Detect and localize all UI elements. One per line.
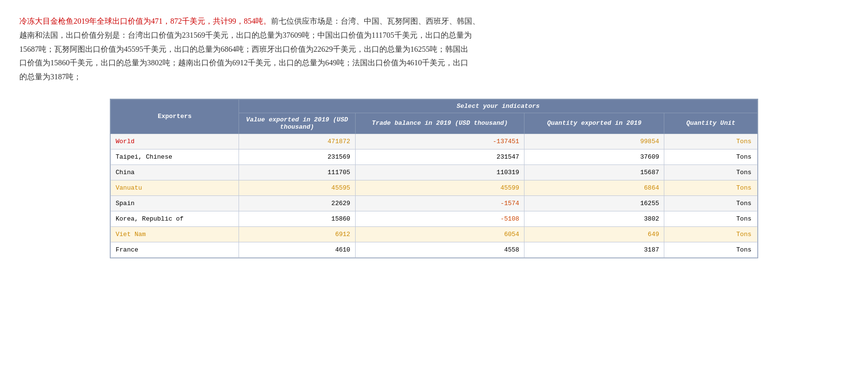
cell-value-exported: 4610 [239,242,355,257]
cell-trade-balance: 4558 [355,242,524,257]
cell-trade-balance: 231547 [355,149,524,164]
cell-value-exported: 22629 [239,195,355,211]
col-header-quantity: Quantity exported in 2019 [524,113,664,134]
intro-line5: 的总量为3187吨； [19,73,81,81]
cell-quantity: 15687 [524,164,664,180]
col-header-exporters: Exporters [111,99,239,134]
cell-trade-balance: 45599 [355,180,524,195]
cell-unit: Tons [664,195,758,211]
cell-quantity: 16255 [524,195,664,211]
cell-unit: Tons [664,242,758,257]
cell-unit: Tons [664,211,758,226]
table-row: Korea, Republic of15860-51083802Tons [111,211,758,226]
cell-trade-balance: -137451 [355,134,524,149]
intro-line1-rest: 前七位供应市场是：台湾、中国、瓦努阿图、西班牙、韩国、 [271,17,480,25]
cell-exporter: China [111,164,239,180]
cell-unit: Tons [664,226,758,242]
table-row: Vanuatu45595455996864Tons [111,180,758,195]
cell-exporter: Korea, Republic of [111,211,239,226]
table-row: China11170511031915687Tons [111,164,758,180]
table-row: Viet Nam69126054649Tons [111,226,758,242]
cell-trade-balance: -1574 [355,195,524,211]
cell-quantity: 3187 [524,242,664,257]
table-row: World471872-13745199854Tons [111,134,758,149]
exporters-table: Exporters Select your indicators Value e… [110,99,758,258]
intro-paragraph: 冷冻大目金枪鱼2019年全球出口价值为471，872千美元，共计99，854吨。… [19,15,849,84]
col-header-unit: Quantity Unit [664,113,758,134]
cell-exporter: Spain [111,195,239,211]
cell-trade-balance: 110319 [355,164,524,180]
cell-unit: Tons [664,180,758,195]
cell-trade-balance: 6054 [355,226,524,242]
cell-quantity: 99854 [524,134,664,149]
cell-value-exported: 111705 [239,164,355,180]
cell-exporter: Viet Nam [111,226,239,242]
cell-exporter: Vanuatu [111,180,239,195]
cell-value-exported: 15860 [239,211,355,226]
cell-unit: Tons [664,149,758,164]
table-row: Taipei, Chinese23156923154737609Tons [111,149,758,164]
intro-line4: 口价值为15860千美元，出口的总量为3802吨；越南出口价值为6912千美元，… [19,59,468,67]
col-header-value: Value exported in 2019 (USD thousand) [239,113,355,134]
cell-quantity: 649 [524,226,664,242]
cell-quantity: 6864 [524,180,664,195]
data-table-container: Exporters Select your indicators Value e… [110,99,758,258]
cell-quantity: 37609 [524,149,664,164]
cell-value-exported: 231569 [239,149,355,164]
intro-line3: 15687吨；瓦努阿图出口价值为45595千美元，出口的总量为6864吨；西班牙… [19,45,468,53]
cell-unit: Tons [664,134,758,149]
col-header-trade-balance: Trade balance in 2019 (USD thousand) [355,113,524,134]
cell-exporter: World [111,134,239,149]
cell-exporter: France [111,242,239,257]
intro-line2: 越南和法国，出口价值分别是：台湾出口价值为231569千美元，出口的总量为376… [19,31,472,39]
cell-value-exported: 471872 [239,134,355,149]
cell-value-exported: 6912 [239,226,355,242]
cell-exporter: Taipei, Chinese [111,149,239,164]
cell-value-exported: 45595 [239,180,355,195]
col-header-select-indicators: Select your indicators [239,99,757,113]
cell-unit: Tons [664,164,758,180]
cell-quantity: 3802 [524,211,664,226]
table-row: France461045583187Tons [111,242,758,257]
cell-trade-balance: -5108 [355,211,524,226]
intro-highlight-red: 冷冻大目金枪鱼2019年全球出口价值为471，872千美元，共计99，854吨。 [19,17,271,25]
table-row: Spain22629-157416255Tons [111,195,758,211]
